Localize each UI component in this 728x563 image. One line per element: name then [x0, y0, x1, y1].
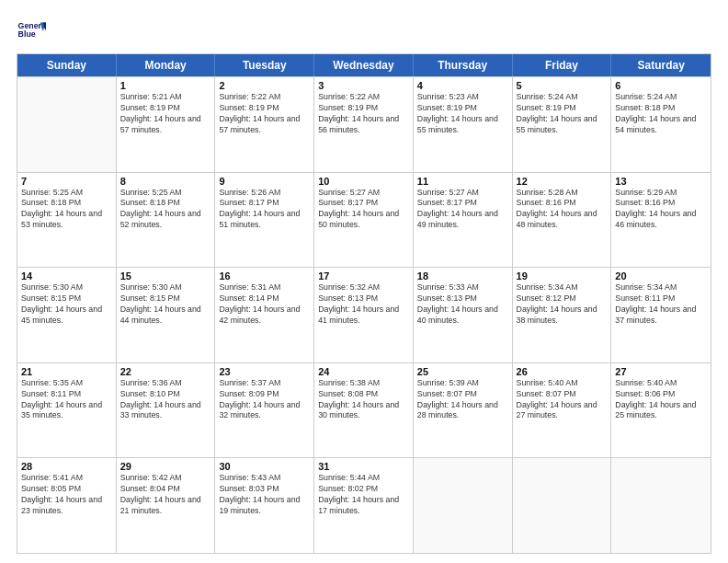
day-number: 26	[517, 366, 608, 377]
svg-text:Blue: Blue	[18, 29, 36, 39]
day-info: Sunrise: 5:25 AM Sunset: 8:18 PM Dayligh…	[21, 188, 112, 232]
calendar-row-2: 7Sunrise: 5:25 AM Sunset: 8:18 PM Daylig…	[17, 172, 711, 268]
day-number: 5	[517, 80, 608, 91]
day-number: 4	[417, 80, 508, 91]
day-info: Sunrise: 5:32 AM Sunset: 8:13 PM Dayligh…	[318, 282, 409, 327]
day-number: 21	[21, 366, 112, 377]
day-number: 31	[318, 461, 409, 472]
empty-cell	[611, 458, 711, 553]
day-info: Sunrise: 5:27 AM Sunset: 8:17 PM Dayligh…	[417, 188, 508, 232]
day-info: Sunrise: 5:22 AM Sunset: 8:19 PM Dayligh…	[219, 92, 310, 136]
logo-icon: General Blue	[17, 17, 46, 46]
day-cell-10: 10Sunrise: 5:27 AM Sunset: 8:17 PM Dayli…	[314, 173, 414, 268]
day-info: Sunrise: 5:24 AM Sunset: 8:18 PM Dayligh…	[615, 92, 707, 136]
empty-cell	[414, 458, 513, 553]
day-cell-9: 9Sunrise: 5:26 AM Sunset: 8:17 PM Daylig…	[215, 173, 314, 268]
day-cell-31: 31Sunrise: 5:44 AM Sunset: 8:02 PM Dayli…	[314, 458, 414, 553]
day-number: 8	[120, 176, 211, 187]
day-cell-17: 17Sunrise: 5:32 AM Sunset: 8:13 PM Dayli…	[314, 268, 414, 362]
day-cell-23: 23Sunrise: 5:37 AM Sunset: 8:09 PM Dayli…	[215, 363, 314, 458]
logo: General Blue	[17, 17, 46, 46]
day-number: 22	[120, 366, 211, 377]
empty-cell	[17, 77, 117, 172]
day-info: Sunrise: 5:38 AM Sunset: 8:08 PM Dayligh…	[318, 378, 409, 422]
day-number: 3	[318, 80, 409, 91]
day-number: 11	[417, 176, 508, 187]
day-info: Sunrise: 5:27 AM Sunset: 8:17 PM Dayligh…	[318, 188, 409, 232]
day-number: 7	[21, 176, 112, 187]
day-cell-1: 1Sunrise: 5:21 AM Sunset: 8:19 PM Daylig…	[117, 77, 216, 172]
day-cell-21: 21Sunrise: 5:35 AM Sunset: 8:11 PM Dayli…	[17, 363, 117, 458]
day-info: Sunrise: 5:34 AM Sunset: 8:11 PM Dayligh…	[615, 282, 707, 327]
day-number: 24	[318, 366, 409, 377]
day-info: Sunrise: 5:35 AM Sunset: 8:11 PM Dayligh…	[21, 378, 112, 422]
calendar-body: 1Sunrise: 5:21 AM Sunset: 8:19 PM Daylig…	[17, 76, 711, 553]
day-cell-2: 2Sunrise: 5:22 AM Sunset: 8:19 PM Daylig…	[215, 77, 314, 172]
header-day-friday: Friday	[513, 54, 612, 76]
day-info: Sunrise: 5:40 AM Sunset: 8:07 PM Dayligh…	[517, 378, 608, 422]
day-cell-27: 27Sunrise: 5:40 AM Sunset: 8:06 PM Dayli…	[611, 363, 711, 458]
day-cell-18: 18Sunrise: 5:33 AM Sunset: 8:13 PM Dayli…	[414, 268, 513, 362]
day-cell-8: 8Sunrise: 5:25 AM Sunset: 8:18 PM Daylig…	[117, 173, 216, 268]
day-info: Sunrise: 5:25 AM Sunset: 8:18 PM Dayligh…	[120, 188, 211, 232]
day-cell-28: 28Sunrise: 5:41 AM Sunset: 8:05 PM Dayli…	[17, 458, 117, 553]
day-cell-16: 16Sunrise: 5:31 AM Sunset: 8:14 PM Dayli…	[215, 268, 314, 362]
calendar-row-4: 21Sunrise: 5:35 AM Sunset: 8:11 PM Dayli…	[17, 362, 711, 458]
header-day-tuesday: Tuesday	[215, 54, 314, 76]
day-cell-19: 19Sunrise: 5:34 AM Sunset: 8:12 PM Dayli…	[513, 268, 612, 362]
day-cell-24: 24Sunrise: 5:38 AM Sunset: 8:08 PM Dayli…	[314, 363, 414, 458]
day-cell-15: 15Sunrise: 5:30 AM Sunset: 8:15 PM Dayli…	[117, 268, 216, 362]
day-number: 25	[417, 366, 508, 377]
day-cell-20: 20Sunrise: 5:34 AM Sunset: 8:11 PM Dayli…	[611, 268, 711, 362]
day-info: Sunrise: 5:43 AM Sunset: 8:03 PM Dayligh…	[219, 473, 310, 517]
day-cell-30: 30Sunrise: 5:43 AM Sunset: 8:03 PM Dayli…	[215, 458, 314, 553]
day-number: 29	[120, 461, 211, 472]
day-info: Sunrise: 5:37 AM Sunset: 8:09 PM Dayligh…	[219, 378, 310, 422]
header-day-thursday: Thursday	[414, 54, 513, 76]
header-day-wednesday: Wednesday	[314, 54, 414, 76]
calendar-row-1: 1Sunrise: 5:21 AM Sunset: 8:19 PM Daylig…	[17, 76, 711, 172]
day-info: Sunrise: 5:39 AM Sunset: 8:07 PM Dayligh…	[417, 378, 508, 422]
day-info: Sunrise: 5:26 AM Sunset: 8:17 PM Dayligh…	[219, 188, 310, 232]
day-cell-7: 7Sunrise: 5:25 AM Sunset: 8:18 PM Daylig…	[17, 173, 117, 268]
day-number: 17	[318, 270, 409, 282]
day-number: 19	[517, 270, 608, 282]
day-cell-12: 12Sunrise: 5:28 AM Sunset: 8:16 PM Dayli…	[513, 173, 612, 268]
day-info: Sunrise: 5:30 AM Sunset: 8:15 PM Dayligh…	[120, 282, 211, 327]
day-cell-29: 29Sunrise: 5:42 AM Sunset: 8:04 PM Dayli…	[117, 458, 216, 553]
day-number: 18	[417, 270, 508, 282]
day-info: Sunrise: 5:30 AM Sunset: 8:15 PM Dayligh…	[21, 282, 112, 327]
day-number: 9	[219, 176, 310, 187]
day-number: 23	[219, 366, 310, 377]
day-number: 12	[517, 176, 608, 187]
empty-cell	[513, 458, 612, 553]
header-day-saturday: Saturday	[611, 54, 711, 76]
day-number: 10	[318, 176, 409, 187]
day-number: 20	[615, 270, 707, 282]
day-info: Sunrise: 5:34 AM Sunset: 8:12 PM Dayligh…	[517, 282, 608, 327]
calendar-header: SundayMondayTuesdayWednesdayThursdayFrid…	[17, 54, 711, 76]
day-info: Sunrise: 5:22 AM Sunset: 8:19 PM Dayligh…	[318, 92, 409, 136]
day-cell-11: 11Sunrise: 5:27 AM Sunset: 8:17 PM Dayli…	[414, 173, 513, 268]
day-cell-5: 5Sunrise: 5:24 AM Sunset: 8:19 PM Daylig…	[513, 77, 612, 172]
day-info: Sunrise: 5:28 AM Sunset: 8:16 PM Dayligh…	[517, 188, 608, 232]
day-cell-14: 14Sunrise: 5:30 AM Sunset: 8:15 PM Dayli…	[17, 268, 117, 362]
calendar: SundayMondayTuesdayWednesdayThursdayFrid…	[17, 53, 711, 554]
day-number: 13	[615, 176, 707, 187]
day-number: 30	[219, 461, 310, 472]
day-number: 2	[219, 80, 310, 91]
day-number: 15	[120, 270, 211, 282]
page-header: General Blue	[17, 17, 711, 46]
header-day-monday: Monday	[117, 54, 216, 76]
day-cell-22: 22Sunrise: 5:36 AM Sunset: 8:10 PM Dayli…	[117, 363, 216, 458]
day-cell-26: 26Sunrise: 5:40 AM Sunset: 8:07 PM Dayli…	[513, 363, 612, 458]
day-number: 6	[615, 80, 707, 91]
day-number: 1	[120, 80, 211, 91]
day-info: Sunrise: 5:31 AM Sunset: 8:14 PM Dayligh…	[219, 282, 310, 327]
day-cell-13: 13Sunrise: 5:29 AM Sunset: 8:16 PM Dayli…	[611, 173, 711, 268]
header-day-sunday: Sunday	[17, 54, 117, 76]
day-info: Sunrise: 5:23 AM Sunset: 8:19 PM Dayligh…	[417, 92, 508, 136]
calendar-row-3: 14Sunrise: 5:30 AM Sunset: 8:15 PM Dayli…	[17, 267, 711, 362]
day-info: Sunrise: 5:44 AM Sunset: 8:02 PM Dayligh…	[318, 473, 409, 517]
day-number: 27	[615, 366, 707, 377]
